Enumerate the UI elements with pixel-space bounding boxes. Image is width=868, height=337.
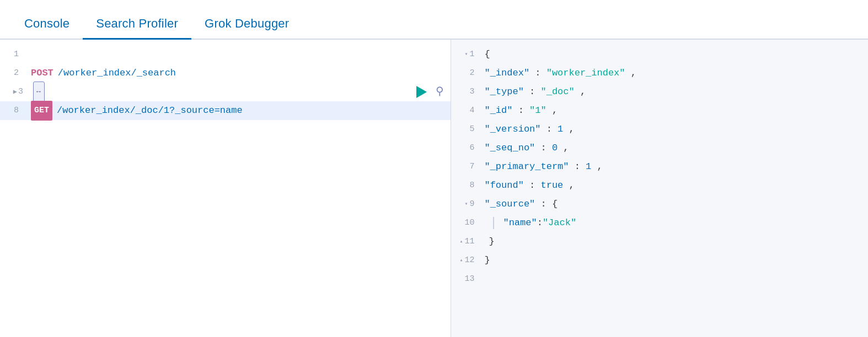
tab-grok-debugger[interactable]: Grok Debugger — [191, 9, 302, 39]
output-line-number-13: 13 — [451, 270, 480, 289]
output-line-3: 3 "_type" : "_doc" , — [451, 83, 868, 101]
output-line-6: 6 "_seq_no" : 0 , — [451, 139, 868, 157]
json-comma-8: , — [569, 180, 575, 191]
json-colon-4: : — [518, 105, 529, 116]
json-val-id: "1" — [529, 105, 546, 116]
json-comma-5: , — [569, 124, 575, 134]
collapsed-body-icon[interactable]: ↔ — [33, 81, 45, 102]
json-comma-7: , — [597, 161, 603, 172]
json-comma-2: , — [631, 68, 636, 78]
line-content-2: POST /worker_index/_search — [26, 64, 451, 83]
output-line-2: 2 "_index" : "worker_index" , — [451, 64, 868, 83]
editor-line-3: ▶3 ↔ ⚲ — [0, 83, 451, 101]
json-key-primaryterm: "_primary_term" — [484, 161, 569, 172]
output-content-10: "name" : "Jack" — [480, 214, 868, 232]
line-number-3: ▶3 — [0, 83, 26, 101]
output-line-10: 10 "name" : "Jack" — [451, 214, 868, 232]
editor-panel: 1 2 POST /worker_index/_search ▶3 — [0, 40, 451, 337]
line-number-8: 8 — [0, 101, 26, 120]
json-colon-2: : — [535, 68, 546, 78]
output-content-12: } — [480, 251, 868, 270]
output-line-7: 7 "_primary_term" : 1 , — [451, 157, 868, 176]
output-line-5: 5 "_version" : 1 , — [451, 120, 868, 139]
output-content-1: { — [480, 45, 868, 64]
json-key-type: "_type" — [484, 86, 523, 97]
fold-up-11[interactable]: ▴ — [459, 232, 463, 251]
output-line-number-11: ▴11 — [451, 232, 480, 251]
json-key-source: "_source" — [484, 199, 535, 209]
output-line-number-12: ▴12 — [451, 251, 480, 270]
json-val-type: "_doc" — [541, 86, 575, 97]
app-container: Console Search Profiler Grok Debugger 1 … — [0, 0, 868, 337]
editor-lines: 1 2 POST /worker_index/_search ▶3 — [0, 40, 451, 126]
output-line-number-5: 5 — [451, 120, 480, 139]
output-content-8: "found" : true , — [480, 176, 868, 195]
json-key-index: "_index" — [484, 68, 529, 78]
output-line-9: ▾9 "_source" : { — [451, 195, 868, 214]
tab-search-profiler[interactable]: Search Profiler — [83, 9, 191, 39]
run-button[interactable] — [412, 83, 430, 101]
output-content-9: "_source" : { — [480, 195, 868, 214]
output-line-number-3: 3 — [451, 83, 480, 101]
json-comma-6: , — [563, 143, 569, 153]
output-line-13: 13 — [451, 270, 868, 289]
json-key-seqno: "_seq_no" — [484, 143, 535, 153]
collapsed-body-text: ↔ — [36, 83, 41, 101]
fold-down-9[interactable]: ▾ — [464, 195, 468, 214]
json-colon-8: : — [529, 180, 540, 191]
json-colon-10: : — [537, 214, 543, 232]
output-content-5: "_version" : 1 , — [480, 120, 868, 139]
line-content-8: GET /worker_index/_doc/1?_source=name — [26, 101, 451, 121]
output-line-number-10: 10 — [451, 214, 480, 232]
json-comma-3: , — [580, 86, 586, 97]
output-content-7: "_primary_term" : 1 , — [480, 157, 868, 176]
output-line-1: ▾1 { — [451, 45, 868, 64]
output-line-number-4: 4 — [451, 101, 480, 120]
output-content-3: "_type" : "_doc" , — [480, 83, 868, 101]
fold-up-12[interactable]: ▴ — [459, 251, 463, 270]
line-number-1: 1 — [0, 45, 26, 64]
json-key-found: "found" — [484, 180, 523, 191]
fold-arrow-3[interactable]: ▶ — [13, 83, 17, 101]
indent-bar-10 — [493, 217, 494, 229]
post-path: /worker_index/_search — [58, 64, 176, 83]
line-number-2: 2 — [0, 64, 26, 83]
get-path: /worker_index/_doc/1?_source=name — [57, 101, 243, 120]
json-val-primaryterm: 1 — [586, 161, 591, 172]
editor-line-2: 2 POST /worker_index/_search — [0, 64, 451, 83]
line-actions: ⚲ — [412, 83, 451, 101]
json-colon-9: : — [541, 199, 552, 209]
output-line-11: ▴11 } — [451, 232, 868, 251]
tab-bar: Console Search Profiler Grok Debugger — [0, 0, 868, 40]
output-content-11: } — [480, 232, 868, 251]
output-content-6: "_seq_no" : 0 , — [480, 139, 868, 157]
output-line-number-2: 2 — [451, 64, 480, 83]
output-line-number-9: ▾9 — [451, 195, 480, 214]
json-key-name: "name" — [503, 214, 537, 232]
json-colon-7: : — [575, 161, 586, 172]
editor-line-1: 1 — [0, 45, 451, 64]
output-line-number-1: ▾1 — [451, 45, 480, 64]
json-colon-6: : — [541, 143, 552, 153]
output-line-4: 4 "_id" : "1" , — [451, 101, 868, 120]
json-comma-4: , — [552, 105, 558, 116]
editor-line-8: 8 GET /worker_index/_doc/1?_source=name — [0, 101, 451, 120]
json-colon-3: : — [529, 86, 540, 97]
json-key-id: "_id" — [484, 105, 512, 116]
json-val-index: "worker_index" — [546, 68, 625, 78]
run-triangle-icon — [416, 86, 427, 98]
output-line-number-6: 6 — [451, 139, 480, 157]
output-line-number-7: 7 — [451, 157, 480, 176]
line-content-3: ↔ ⚲ — [26, 81, 451, 102]
output-lines: ▾1 { 2 "_index" : "worker_index" , — [451, 40, 868, 294]
output-line-number-8: 8 — [451, 176, 480, 195]
output-panel: ▾1 { 2 "_index" : "worker_index" , — [451, 40, 868, 337]
tab-console[interactable]: Console — [11, 9, 83, 39]
output-content-2: "_index" : "worker_index" , — [480, 64, 868, 83]
method-post: POST — [31, 64, 53, 83]
json-val-version: 1 — [558, 124, 563, 134]
wrench-icon[interactable]: ⚲ — [436, 83, 444, 101]
main-content: 1 2 POST /worker_index/_search ▶3 — [0, 40, 868, 337]
json-key-version: "_version" — [484, 124, 540, 134]
fold-down-1[interactable]: ▾ — [464, 45, 468, 64]
